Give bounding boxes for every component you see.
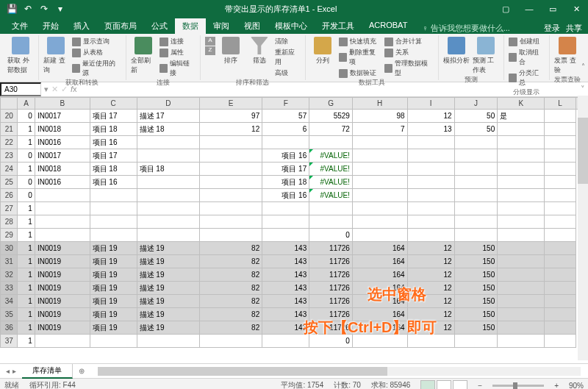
cell[interactable]: 描述 19 [137, 268, 199, 282]
row-header[interactable]: 33 [1, 282, 18, 295]
table-row[interactable]: 3710 [1, 335, 588, 348]
cell[interactable] [262, 335, 309, 348]
cell[interactable]: 57 [262, 110, 309, 123]
cell[interactable]: 1 [18, 136, 35, 149]
cell[interactable]: 0 [18, 189, 35, 202]
cell[interactable]: IN0019 [35, 321, 90, 335]
cell[interactable] [199, 202, 262, 215]
cell[interactable] [407, 215, 454, 229]
cell[interactable] [407, 189, 454, 202]
cell[interactable]: 1 [18, 308, 35, 321]
cell[interactable] [498, 202, 545, 215]
cell[interactable]: 描述 17 [137, 110, 199, 123]
cell[interactable]: 项目 19 [90, 308, 137, 321]
tab-页面布局[interactable]: 页面布局 [97, 18, 144, 34]
cell[interactable]: IN0016 [35, 176, 90, 189]
cell[interactable] [545, 136, 576, 149]
cell[interactable]: 项目 17 [90, 149, 137, 163]
cell[interactable] [545, 215, 576, 229]
reapply-button[interactable]: 重新应用 [275, 48, 301, 67]
redo-icon[interactable]: ↷ [37, 1, 51, 16]
forecast-sheet-button[interactable]: 预测 工作表 [473, 37, 499, 75]
cell[interactable]: 0 [18, 110, 35, 123]
cell[interactable] [545, 255, 576, 268]
cell[interactable] [199, 335, 262, 348]
row-header[interactable]: 34 [1, 295, 18, 308]
cell[interactable] [137, 215, 199, 229]
new-query-button[interactable]: 新建 查询 [43, 37, 69, 75]
cell[interactable] [35, 335, 90, 348]
cell[interactable] [352, 335, 407, 348]
cell[interactable] [352, 163, 407, 176]
cell[interactable]: 150 [454, 242, 498, 255]
column-header-D[interactable]: D [137, 98, 199, 110]
cell[interactable] [352, 189, 407, 202]
cell[interactable] [498, 149, 545, 163]
cell[interactable] [407, 202, 454, 215]
cell[interactable]: 1 [18, 123, 35, 136]
cell[interactable]: IN0018 [35, 123, 90, 136]
table-row[interactable]: 311IN0019项目 19描述 19821431172616412150 [1, 255, 588, 268]
column-header-C[interactable]: C [90, 98, 137, 110]
column-header-J[interactable]: J [454, 98, 498, 110]
cell[interactable] [498, 295, 545, 308]
row-header[interactable]: 29 [1, 229, 18, 242]
tab-数据[interactable]: 数据 [175, 18, 206, 34]
cell[interactable]: 143 [262, 308, 309, 321]
cell[interactable]: IN0019 [35, 268, 90, 282]
name-box-dropdown-icon[interactable]: ▾ [44, 85, 49, 94]
zoom-level[interactable]: 90% [569, 382, 584, 390]
cell[interactable] [137, 189, 199, 202]
cell[interactable] [262, 202, 309, 215]
row-header[interactable]: 31 [1, 255, 18, 268]
cell[interactable]: 1 [18, 268, 35, 282]
table-row[interactable]: 351IN0019项目 19描述 19821431172616412150 [1, 308, 588, 321]
cell[interactable]: 项目 18 [262, 176, 309, 189]
cell[interactable] [199, 229, 262, 242]
cell[interactable]: 0 [309, 229, 353, 242]
cell[interactable] [309, 202, 353, 215]
cell[interactable]: #VALUE! [309, 189, 353, 202]
cell[interactable] [498, 189, 545, 202]
cell[interactable]: 1 [18, 295, 35, 308]
row-header[interactable]: 25 [1, 176, 18, 189]
tab-ACROBAT[interactable]: ACROBAT [362, 18, 415, 34]
cell[interactable]: 82 [199, 295, 262, 308]
zoom-in-icon[interactable]: + [554, 382, 559, 390]
cell[interactable]: 82 [199, 308, 262, 321]
cell[interactable] [90, 202, 137, 215]
cell[interactable]: 82 [199, 242, 262, 255]
cell[interactable]: 11726 [309, 321, 353, 335]
cell[interactable] [454, 149, 498, 163]
cell[interactable]: 1 [18, 255, 35, 268]
cell[interactable]: 82 [199, 321, 262, 335]
cell[interactable]: 143 [262, 295, 309, 308]
cell[interactable] [454, 215, 498, 229]
cell[interactable]: 12 [407, 242, 454, 255]
name-box[interactable] [0, 82, 41, 96]
cell[interactable] [309, 215, 353, 229]
ribbon-min-icon[interactable]: ▢ [494, 0, 517, 18]
cell[interactable]: 12 [407, 295, 454, 308]
cell[interactable]: 50 [454, 110, 498, 123]
table-row[interactable]: 250IN0016项目 16项目 18#VALUE! [1, 176, 588, 189]
cell[interactable]: 150 [454, 321, 498, 335]
cell[interactable] [199, 176, 262, 189]
table-row[interactable]: 241IN0018项目 18项目 18项目 17#VALUE! [1, 163, 588, 176]
view-pagebreak-button[interactable] [453, 380, 467, 389]
cell[interactable] [545, 268, 576, 282]
table-row[interactable]: 281 [1, 215, 588, 229]
row-header[interactable]: 24 [1, 163, 18, 176]
row-header[interactable]: 36 [1, 321, 18, 335]
cell[interactable]: 1 [18, 215, 35, 229]
clear-filter-button[interactable]: 清除 [275, 37, 301, 46]
recent-sources-button[interactable]: 最近使用的源 [72, 59, 121, 78]
row-header[interactable]: 26 [1, 189, 18, 202]
cell[interactable] [137, 149, 199, 163]
cell[interactable]: 0 [309, 335, 353, 348]
cell[interactable] [498, 229, 545, 242]
view-normal-button[interactable] [420, 380, 435, 389]
cell[interactable] [545, 282, 576, 295]
cell[interactable] [407, 149, 454, 163]
cell[interactable]: 150 [454, 268, 498, 282]
